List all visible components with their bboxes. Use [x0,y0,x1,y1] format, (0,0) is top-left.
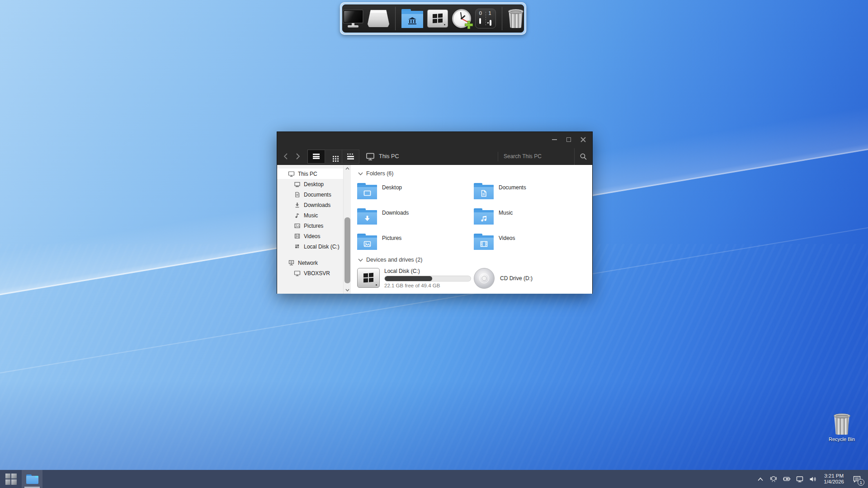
hidden-icons-chevron[interactable] [756,470,764,488]
sidebar-item-documents[interactable]: Documents [277,189,343,200]
note-glyph-icon [474,212,494,225]
address-location[interactable]: This PC [379,153,399,160]
folder-name: Videos [499,235,515,253]
bank-glyph [401,14,423,28]
folder-icon [357,234,377,250]
folder-tile-music[interactable]: Music [474,208,586,228]
search-icon [580,153,587,160]
folder-name: Documents [499,184,526,203]
folder-tile-downloads[interactable]: Downloads [357,208,469,228]
picture-icon [294,222,301,229]
folder-icon [474,183,494,199]
search-button[interactable] [574,148,592,165]
list-view-button[interactable] [342,150,359,164]
photo-glyph-icon [357,238,377,250]
external-drive-icon [368,10,389,27]
back-button[interactable] [283,153,288,160]
forward-button[interactable] [296,153,300,160]
network-icon[interactable] [796,470,804,488]
grid-view-icon [333,156,334,157]
taskbar: 3:21 PM 1/4/2026 1 [0,470,868,488]
drive-name: Local Disk (C:) [384,268,473,274]
sidebar-item-this-pc[interactable]: This PC [277,169,343,179]
film-icon [294,233,301,239]
scrollbar-thumb[interactable] [344,217,350,283]
sidebar-item-network[interactable]: Network [277,258,343,268]
sidebar-label: Downloads [304,202,330,208]
binary-pad-icon: 0 1 [475,9,496,28]
grid-view-button[interactable] [325,150,342,164]
meet-now-icon[interactable] [769,470,778,488]
folder-name: Desktop [382,184,402,203]
dock-binary-pad-icon[interactable]: 0 1 [475,6,496,31]
folder-tile-desktop[interactable]: Desktop [357,183,469,203]
folder-icon [357,208,377,225]
maximize-button[interactable] [561,134,576,145]
clock-time: 3:21 PM [824,473,844,479]
sidebar-item-videos[interactable]: Videos [277,231,343,241]
sidebar-label: Pictures [304,223,323,229]
sidebar-item-local-disk[interactable]: Local Disk (C:) [277,241,343,252]
dock-display-icon[interactable] [343,6,363,31]
computer-icon [288,170,295,177]
start-button[interactable] [0,470,22,488]
recycle-bin-icon [834,413,850,435]
sidebar-label: Local Disk (C:) [304,244,340,250]
folders-header-label: Folders (6) [366,170,393,177]
recycle-bin-label: Recycle Bin [829,436,855,442]
drives-group-header[interactable]: Devices and drives (2) [358,257,422,263]
toolbar: This PC Search This PC [277,148,592,165]
recycle-bin-desktop-icon[interactable]: Recycle Bin [824,413,860,442]
folder-name: Music [499,210,513,228]
scroll-up-arrow[interactable] [344,165,351,172]
network-icon [288,259,295,266]
details-view-icon [313,154,320,159]
sidebar-label: This PC [298,171,317,177]
sidebar-label: Desktop [304,181,324,188]
minimize-button[interactable] [547,134,561,145]
collapse-chevron-icon [358,258,363,262]
drive-tile-local-disk[interactable]: Local Disk (C:) 22.1 GB free of 49.4 GB [357,268,473,288]
dock: 0 1 [340,2,526,35]
down-arrow-glyph-icon [357,212,377,225]
titlebar[interactable] [277,132,592,148]
dock-windows-drive-icon[interactable] [427,6,448,31]
folder-name: Pictures [382,235,401,253]
taskbar-clock[interactable]: 3:21 PM 1/4/2026 [822,473,846,485]
dock-library-folder-icon[interactable] [401,6,423,31]
hard-drive-icon [357,268,380,288]
search-input[interactable]: Search This PC [498,153,574,160]
folder-tile-pictures[interactable]: Pictures [357,234,469,253]
download-icon [294,202,301,208]
details-view-button[interactable] [307,150,325,164]
close-button[interactable] [576,134,590,145]
folder-tile-videos[interactable]: Videos [474,234,586,253]
sidebar-item-pictures[interactable]: Pictures [277,221,343,231]
film-glyph-icon [474,238,494,250]
volume-icon[interactable] [809,470,817,488]
sidebar-label: Documents [304,192,331,198]
dock-divider [395,7,396,30]
sidebar-label: VBOXSVR [304,270,330,277]
dock-external-drive-icon[interactable] [368,6,389,31]
close-icon [580,137,586,142]
sidebar-scrollbar[interactable] [343,165,351,294]
dock-trash-icon[interactable] [508,6,524,31]
sidebar-item-music[interactable]: Music [277,210,343,221]
battery-icon[interactable] [783,470,791,488]
folders-group-header[interactable]: Folders (6) [358,170,393,177]
folder-tile-documents[interactable]: Documents [474,183,586,203]
sidebar-item-downloads[interactable]: Downloads [277,200,343,210]
library-folder-icon [401,9,423,28]
sidebar-item-desktop[interactable]: Desktop [277,179,343,189]
windows-drive-icon [294,243,301,250]
taskbar-file-explorer-button[interactable] [22,470,42,488]
maximize-icon [566,137,571,142]
action-center-button[interactable]: 1 [851,470,863,488]
dock-clock-add-icon[interactable] [452,6,471,31]
scroll-down-arrow[interactable] [344,286,351,294]
window-content: This PC Desktop Documents Downloads Musi… [277,165,592,294]
sidebar-item-vboxsvr[interactable]: VBOXSVR [277,268,343,278]
drive-tile-cd[interactable]: CD Drive (D:) [474,268,533,289]
nav-arrows [283,153,300,160]
